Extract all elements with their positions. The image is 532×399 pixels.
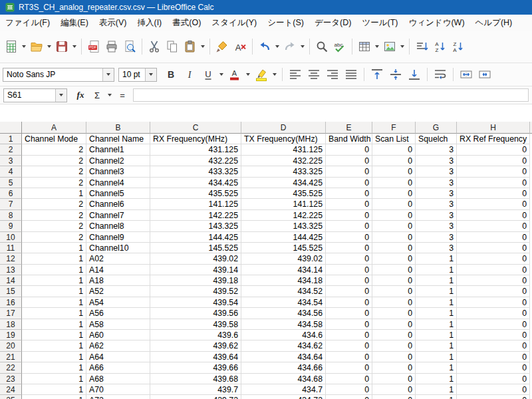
cell[interactable]: 1 bbox=[22, 330, 86, 340]
cell[interactable]: Channel10 bbox=[86, 243, 150, 253]
cell[interactable]: 434.52 bbox=[241, 286, 326, 297]
menu-item-styles[interactable]: スタイル(Y) bbox=[206, 15, 262, 31]
cell[interactable]: 0 bbox=[457, 330, 530, 340]
cell[interactable]: 435.525 bbox=[241, 188, 326, 199]
column-header[interactable]: D bbox=[241, 122, 326, 134]
merge-cells-button[interactable] bbox=[476, 65, 493, 84]
cell[interactable]: 2 bbox=[22, 166, 86, 177]
cell[interactable]: 143.325 bbox=[150, 221, 241, 231]
paste-dropdown[interactable] bbox=[200, 39, 206, 55]
cell[interactable]: 0 bbox=[372, 221, 416, 231]
cell[interactable]: 0 bbox=[372, 340, 416, 351]
italic-button[interactable]: I bbox=[181, 65, 198, 84]
align-top-button[interactable] bbox=[368, 65, 386, 84]
menu-item-view[interactable]: 表示(V) bbox=[94, 15, 132, 31]
menu-item-help[interactable]: ヘルプ(H) bbox=[470, 15, 518, 31]
cell[interactable]: Scan List bbox=[372, 134, 416, 144]
cell[interactable]: 439.14 bbox=[150, 265, 241, 275]
table-button[interactable] bbox=[356, 37, 373, 56]
cell[interactable]: RX Ref Frequency bbox=[457, 134, 530, 144]
cell[interactable]: 1 bbox=[22, 352, 86, 362]
image-button[interactable] bbox=[381, 37, 398, 56]
sort-button[interactable] bbox=[413, 37, 430, 56]
font-name-dropdown[interactable] bbox=[102, 68, 114, 81]
menu-item-sheet[interactable]: シート(S) bbox=[262, 15, 309, 31]
cell[interactable]: 3 bbox=[416, 199, 457, 209]
row-header[interactable]: 13 bbox=[0, 265, 22, 275]
cell[interactable]: 0 bbox=[457, 297, 530, 308]
cell[interactable]: A70 bbox=[86, 384, 150, 395]
cell[interactable]: 0 bbox=[372, 352, 416, 362]
cell[interactable]: 434.68 bbox=[241, 374, 326, 384]
cell[interactable]: 3 bbox=[416, 166, 457, 177]
cell[interactable]: Channel9 bbox=[86, 232, 150, 243]
save-button[interactable] bbox=[53, 37, 70, 56]
align-right-button[interactable] bbox=[324, 65, 341, 84]
cell[interactable]: Band Width bbox=[326, 134, 372, 144]
cell[interactable]: 1 bbox=[416, 340, 457, 351]
cell[interactable]: 0 bbox=[457, 166, 530, 177]
cell[interactable]: 141.125 bbox=[150, 199, 241, 209]
column-header[interactable]: F bbox=[372, 122, 416, 134]
cell[interactable]: A62 bbox=[86, 340, 150, 351]
redo-button[interactable] bbox=[281, 37, 299, 56]
cell[interactable]: 0 bbox=[326, 275, 372, 286]
align-bottom-button[interactable] bbox=[406, 65, 423, 84]
cell[interactable]: 1 bbox=[22, 275, 86, 286]
highlight-dropdown[interactable] bbox=[271, 66, 278, 82]
cell[interactable]: 434.72 bbox=[241, 395, 326, 399]
cell[interactable]: 1 bbox=[22, 286, 86, 297]
table-dropdown[interactable] bbox=[374, 39, 380, 55]
cell[interactable]: 0 bbox=[326, 199, 372, 209]
justify-button[interactable] bbox=[342, 65, 360, 84]
row-header[interactable]: 14 bbox=[0, 275, 22, 286]
cell[interactable]: Channel6 bbox=[86, 199, 150, 209]
cell[interactable]: 145.525 bbox=[241, 243, 326, 253]
cell[interactable]: 0 bbox=[457, 374, 530, 384]
cell[interactable]: 0 bbox=[457, 253, 530, 264]
cell[interactable]: 1 bbox=[22, 188, 86, 199]
cell[interactable]: 143.325 bbox=[241, 221, 326, 231]
column-header[interactable]: A bbox=[22, 122, 86, 134]
cell[interactable]: 1 bbox=[22, 253, 86, 264]
cell[interactable]: 1 bbox=[416, 395, 457, 399]
row-header[interactable]: 20 bbox=[0, 340, 22, 351]
cell[interactable]: 0 bbox=[372, 156, 416, 166]
cell[interactable]: 0 bbox=[372, 188, 416, 199]
menu-item-format[interactable]: 書式(O) bbox=[167, 15, 206, 31]
row-header[interactable]: 6 bbox=[0, 188, 22, 199]
cell[interactable]: Channel5 bbox=[86, 188, 150, 199]
find-replace-button[interactable] bbox=[313, 37, 331, 56]
row-header[interactable]: 25 bbox=[0, 395, 22, 399]
sum-button[interactable]: Σ bbox=[90, 88, 104, 102]
cell[interactable]: 0 bbox=[326, 319, 372, 330]
cell[interactable]: 3 bbox=[416, 210, 457, 221]
bold-button[interactable]: B bbox=[162, 65, 180, 84]
cell[interactable]: 1 bbox=[416, 384, 457, 395]
cell[interactable]: A14 bbox=[86, 265, 150, 275]
cell[interactable]: A18 bbox=[86, 275, 150, 286]
row-header[interactable]: 10 bbox=[0, 232, 22, 243]
cell[interactable]: 145.525 bbox=[150, 243, 241, 253]
cell[interactable]: 0 bbox=[457, 275, 530, 286]
cell[interactable]: 1 bbox=[416, 253, 457, 264]
cell[interactable]: 0 bbox=[326, 340, 372, 351]
cell[interactable]: 0 bbox=[372, 297, 416, 308]
cell[interactable]: Channel Mode bbox=[22, 134, 86, 144]
cell[interactable]: 439.66 bbox=[150, 362, 241, 373]
cell[interactable]: 1 bbox=[416, 374, 457, 384]
cell[interactable]: 434.18 bbox=[241, 275, 326, 286]
row-header[interactable]: 11 bbox=[0, 243, 22, 253]
cell[interactable]: 0 bbox=[326, 188, 372, 199]
name-box[interactable]: S61 bbox=[3, 88, 67, 102]
name-box-dropdown[interactable] bbox=[55, 89, 66, 102]
cell[interactable]: 0 bbox=[326, 144, 372, 155]
row-header[interactable]: 3 bbox=[0, 156, 22, 166]
undo-dropdown[interactable] bbox=[274, 39, 281, 55]
select-all-corner[interactable] bbox=[0, 122, 22, 134]
cell[interactable]: 434.425 bbox=[150, 178, 241, 188]
menu-item-data[interactable]: データ(D) bbox=[309, 15, 356, 31]
menu-item-file[interactable]: ファイル(F) bbox=[0, 15, 55, 31]
cell[interactable]: 434.58 bbox=[241, 319, 326, 330]
cell[interactable]: 1 bbox=[416, 275, 457, 286]
